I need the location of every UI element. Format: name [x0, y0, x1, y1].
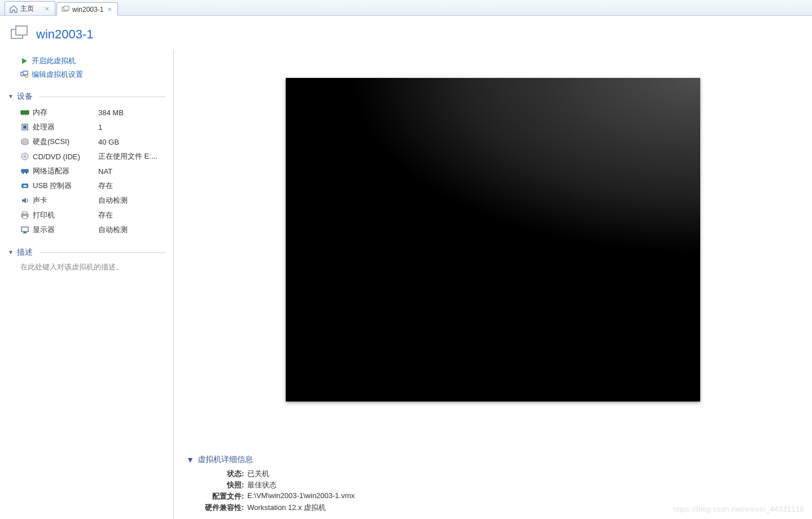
svg-rect-3: [16, 26, 27, 35]
device-disk-value: 40 GB: [98, 138, 119, 146]
home-icon: [10, 5, 18, 13]
screen-preview-wrap: [174, 50, 812, 449]
device-memory[interactable]: 内存 384 MB: [20, 105, 165, 120]
device-disk[interactable]: 硬盘(SCSI) 40 GB: [20, 134, 165, 149]
sidebar: 开启此虚拟机 编辑虚拟机设置 ▼ 设备 内存 384 MB: [0, 50, 174, 519]
sound-icon: [20, 196, 29, 205]
device-memory-label: 内存: [33, 107, 47, 117]
power-on-button[interactable]: 开启此虚拟机: [8, 54, 165, 68]
main-content: 开启此虚拟机 编辑虚拟机设置 ▼ 设备 内存 384 MB: [0, 50, 812, 519]
devices-section-header[interactable]: ▼ 设备: [8, 91, 165, 102]
device-cpu-value: 1: [98, 123, 102, 132]
cd-icon: [20, 152, 29, 161]
device-sound[interactable]: 声卡 自动检测: [20, 193, 165, 208]
description-section-header[interactable]: ▼ 描述: [8, 247, 165, 258]
svg-point-6: [25, 75, 28, 78]
device-cpu[interactable]: 处理器 1: [20, 120, 165, 134]
tab-vm-label: win2003-1: [72, 6, 103, 14]
collapse-icon: ▼: [8, 250, 14, 255]
network-icon: [20, 167, 29, 176]
tab-home[interactable]: 主页 ×: [5, 1, 55, 15]
svg-text:⬌: ⬌: [23, 184, 27, 189]
screen-preview[interactable]: [286, 78, 700, 402]
collapse-icon: ▼: [186, 455, 194, 464]
device-display[interactable]: 显示器 自动检测: [20, 223, 165, 237]
close-icon[interactable]: ×: [106, 5, 113, 14]
device-printer-label: 打印机: [33, 210, 55, 220]
svg-rect-8: [21, 114, 23, 115]
svg-rect-18: [23, 172, 24, 174]
description-section-label: 描述: [17, 247, 33, 258]
tab-vm[interactable]: win2003-1 ×: [56, 2, 118, 16]
detail-config: 配置文件: E:\VM\win2003-1\win2003-1.vmx: [203, 491, 800, 502]
divider: [40, 252, 165, 253]
cpu-icon: [20, 123, 29, 132]
svg-rect-27: [23, 233, 27, 233]
svg-rect-19: [26, 172, 27, 174]
detail-snapshot: 快照: 最佳状态: [203, 479, 800, 491]
device-memory-value: 384 MB: [98, 108, 124, 117]
close-icon[interactable]: ×: [43, 5, 50, 13]
edit-settings-button[interactable]: 编辑虚拟机设置: [8, 68, 165, 81]
collapse-icon: ▼: [8, 94, 14, 99]
tab-bar: 主页 × win2003-1 ×: [0, 0, 812, 16]
printer-icon: [20, 211, 29, 220]
svg-rect-1: [64, 6, 69, 10]
detail-snapshot-key: 快照:: [203, 480, 244, 490]
svg-rect-25: [21, 227, 28, 232]
details-section-label: 虚拟机详细信息: [198, 455, 253, 465]
device-disk-label: 硬盘(SCSI): [33, 137, 69, 147]
svg-rect-5: [23, 71, 28, 75]
device-network-label: 网络适配器: [33, 166, 69, 176]
content-area: ▼ 虚拟机详细信息 状态: 已关机 快照: 最佳状态 配置文件: E:\VM\w…: [174, 50, 812, 519]
detail-config-key: 配置文件:: [203, 491, 244, 501]
devices-section-label: 设备: [17, 91, 33, 102]
svg-rect-17: [21, 169, 28, 172]
disk-icon: [20, 137, 29, 146]
svg-rect-9: [23, 114, 24, 115]
display-icon: [20, 225, 29, 234]
detail-state-value: 已关机: [247, 469, 269, 479]
edit-settings-label: 编辑虚拟机设置: [32, 69, 83, 80]
device-printer[interactable]: 打印机 存在: [20, 208, 165, 223]
watermark: https://blog.csdn.net/weixin_44321116: [673, 505, 804, 513]
device-cpu-label: 处理器: [33, 122, 55, 132]
svg-rect-24: [23, 216, 27, 219]
device-cddvd-value: 正在使用文件 E:...: [98, 151, 158, 162]
play-icon: [20, 57, 28, 65]
detail-snapshot-value: 最佳状态: [247, 480, 277, 490]
svg-rect-10: [25, 114, 26, 115]
detail-compat-key: 硬件兼容性:: [203, 503, 244, 513]
detail-state-key: 状态:: [203, 469, 244, 479]
settings-icon: [20, 71, 28, 78]
svg-rect-11: [27, 114, 28, 115]
device-sound-label: 声卡: [33, 195, 47, 206]
device-cddvd-label: CD/DVD (IDE): [33, 152, 80, 161]
device-list: 内存 384 MB 处理器 1 硬盘(SCSI) 40 GB: [20, 105, 165, 237]
device-usb-label: USB 控制器: [33, 181, 72, 191]
detail-config-value: E:\VM\win2003-1\win2003-1.vmx: [247, 491, 355, 501]
usb-icon: ⬌: [20, 181, 29, 190]
device-display-label: 显示器: [33, 225, 55, 235]
svg-rect-7: [21, 111, 29, 114]
device-cddvd[interactable]: CD/DVD (IDE) 正在使用文件 E:...: [20, 149, 165, 164]
device-usb[interactable]: ⬌ USB 控制器 存在: [20, 178, 165, 193]
vm-icon: [62, 6, 69, 14]
device-network[interactable]: 网络适配器 NAT: [20, 164, 165, 178]
memory-icon: [20, 108, 29, 117]
device-network-value: NAT: [98, 167, 112, 176]
power-on-label: 开启此虚拟机: [32, 56, 76, 66]
detail-state: 状态: 已关机: [203, 468, 800, 479]
vm-header: win2003-1: [0, 16, 812, 50]
device-usb-value: 存在: [98, 181, 113, 191]
svg-point-16: [24, 156, 26, 158]
device-printer-value: 存在: [98, 210, 113, 220]
svg-rect-26: [24, 232, 26, 233]
vm-large-icon: [10, 25, 29, 44]
svg-rect-13: [23, 125, 27, 129]
details-section-header[interactable]: ▼ 虚拟机详细信息: [186, 455, 800, 465]
divider: [40, 97, 165, 97]
page-title: win2003-1: [36, 27, 94, 42]
preview-gloss: [286, 78, 700, 402]
description-input[interactable]: 在此处键入对该虚拟机的描述。: [20, 262, 165, 272]
